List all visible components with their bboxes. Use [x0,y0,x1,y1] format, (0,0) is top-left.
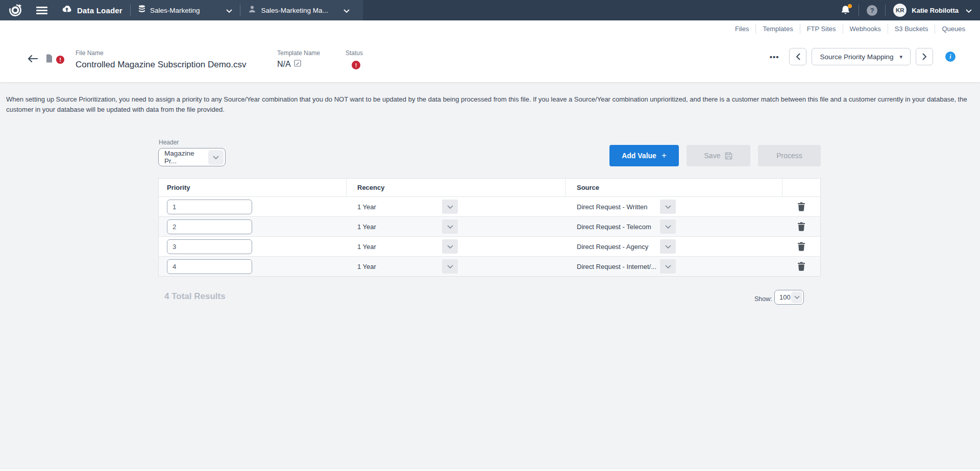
process-button[interactable]: Process [758,145,821,166]
recency-value: 1 Year [347,263,376,270]
delete-row-button[interactable] [797,262,805,271]
subnav-link-templates[interactable]: Templates [755,24,799,34]
source-cell: Direct Request - Internet/... [566,257,782,276]
more-actions-icon[interactable]: ••• [770,53,779,61]
secondary-nav: Files Templates FTP Sites Webhooks S3 Bu… [0,20,980,37]
recency-value: 1 Year [347,203,376,211]
document-icon[interactable] [46,54,53,65]
file-error-icon[interactable]: ! [56,56,64,64]
recency-value: 1 Year [347,243,376,251]
header-column-dropdown[interactable]: Magazine Pr... [158,148,226,166]
recency-cell: 1 Year [347,237,566,256]
help-icon[interactable]: ? [867,5,877,16]
column-header-recency: Recency [347,179,566,196]
back-arrow-icon[interactable] [27,55,38,65]
bottom-scrollbar-track[interactable] [0,468,980,471]
source-dropdown-button[interactable] [660,200,676,214]
page-size-value: 100 [775,293,791,301]
toolbar-buttons: Add Value + Save Process [609,145,821,166]
actions-cell [782,237,820,256]
table-row: 1 Year Direct Request - Internet/... [159,256,820,276]
page-header: Files Templates FTP Sites Webhooks S3 Bu… [0,20,980,82]
show-label: Show: [754,295,772,303]
source-dropdown-button[interactable] [660,219,676,234]
table-row: 1 Year Direct Request - Agency [159,236,820,256]
recency-cell: 1 Year [347,257,566,276]
menu-hamburger-icon[interactable] [36,7,47,14]
recency-dropdown-button[interactable] [442,239,458,254]
save-label: Save [704,152,721,160]
header-right-controls: ••• Source Priority Mapping ▾ i [770,48,955,65]
source-dropdown-button[interactable] [660,239,676,254]
source-value: Direct Request - Written [566,203,647,211]
priority-input[interactable] [167,219,252,234]
notifications-bell-icon[interactable] [841,5,851,15]
navbar-divider [859,5,859,16]
source-dropdown-button[interactable] [660,259,676,274]
source-cell: Direct Request - Telecom [566,217,782,236]
navbar-divider [240,5,240,16]
priority-input[interactable] [167,200,252,214]
recency-dropdown-button[interactable] [442,259,458,274]
source-value: Direct Request - Telecom [566,223,651,231]
project-selector[interactable]: Sales-Marketing Ma... [248,5,349,15]
recency-cell: 1 Year [347,217,566,236]
delete-row-button[interactable] [797,202,805,211]
recency-cell: 1 Year [347,197,566,216]
delete-row-button[interactable] [797,222,805,231]
actions-cell [782,257,820,276]
prioritization-description: When setting up Source Prioritization, y… [6,94,974,114]
delete-row-button[interactable] [797,242,805,251]
source-value: Direct Request - Agency [566,243,648,251]
subnav-link-webhooks[interactable]: Webhooks [843,24,888,34]
priority-cell [159,237,347,256]
user-menu-chevron-icon[interactable] [966,6,972,15]
status-block: Status ! [346,49,363,69]
mapping-selector-dropdown[interactable]: Source Priority Mapping ▾ [812,48,911,65]
priority-input[interactable] [167,239,252,254]
trash-icon [797,222,805,231]
trash-icon [797,242,805,251]
info-icon[interactable]: i [945,52,955,62]
add-value-button[interactable]: Add Value + [609,145,679,166]
notification-badge [848,4,852,8]
app-logo-icon[interactable] [9,4,22,17]
user-avatar[interactable]: KR [893,4,906,17]
navbar-right-group: ? KR Katie Robilotta [841,4,980,17]
table-header-row: Priority Recency Source [159,179,820,196]
column-header-source: Source [566,179,782,196]
priority-cell [159,217,347,236]
file-header-icons: ! [27,54,64,65]
org-selector-label: Sales-Marketing [150,7,200,14]
next-mapping-button[interactable] [916,48,933,65]
org-selector[interactable]: Sales-Marketing [138,5,233,15]
app-identity[interactable]: Data Loader [61,5,122,15]
subnav-link-s3-buckets[interactable]: S3 Buckets [888,24,935,34]
subnav-link-queues[interactable]: Queues [935,24,972,34]
table-row: 1 Year Direct Request - Written [159,196,820,216]
file-name-block: File Name Controlled Magazine Subscripti… [76,49,247,70]
caret-down-icon: ▾ [899,54,902,60]
subnav-link-ftp-sites[interactable]: FTP Sites [800,24,843,34]
column-header-priority: Priority [159,179,347,196]
edit-template-icon[interactable] [294,60,301,69]
previous-mapping-button[interactable] [789,48,806,65]
template-name-label: Template Name [277,49,320,57]
navbar-left-group: Data Loader Sales-Marketing [0,0,363,20]
save-floppy-icon [725,152,732,160]
app-name: Data Loader [77,6,122,15]
status-error-icon[interactable]: ! [352,61,360,69]
save-button[interactable]: Save [687,145,750,166]
actions-cell [782,197,820,216]
recency-value: 1 Year [347,223,376,231]
database-icon [138,5,145,15]
source-value: Direct Request - Internet/... [566,263,656,270]
chevron-down-icon [208,150,224,165]
priority-input[interactable] [167,259,252,274]
recency-dropdown-button[interactable] [442,200,458,214]
cloud-upload-icon [61,5,72,15]
table-row: 1 Year Direct Request - Telecom [159,216,820,236]
subnav-link-files[interactable]: Files [728,24,755,34]
recency-dropdown-button[interactable] [442,219,458,234]
page-size-dropdown[interactable]: 100 [774,290,804,305]
